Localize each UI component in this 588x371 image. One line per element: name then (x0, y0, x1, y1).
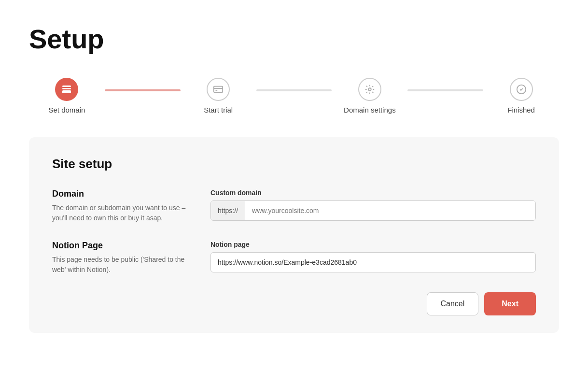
step-icon-set-domain (55, 78, 78, 101)
domain-prefix: https:// (211, 201, 245, 220)
svg-rect-1 (62, 88, 71, 89)
step-icon-domain-settings (358, 78, 381, 101)
notion-field: Notion page (210, 241, 536, 275)
svg-rect-2 (62, 90, 71, 93)
notion-description: Notion Page This page needs to be public… (52, 241, 187, 275)
step-connector-1 (105, 89, 181, 91)
svg-point-6 (368, 88, 371, 91)
card-footer: Cancel Next (52, 292, 536, 315)
notion-page-label: Notion page (210, 241, 536, 248)
step-set-domain: Set domain (29, 78, 105, 114)
step-start-trial: Start trial (181, 78, 256, 114)
step-finished: Finished (483, 78, 559, 114)
domain-description: Domain The domain or subdomain you want … (52, 189, 187, 223)
step-label-domain-settings: Domain settings (344, 106, 396, 114)
step-label-set-domain: Set domain (48, 106, 85, 114)
domain-description-text: The domain or subdomain you want to use … (52, 203, 187, 223)
setup-card: Site setup Domain The domain or subdomai… (29, 137, 559, 333)
step-label-start-trial: Start trial (204, 106, 233, 114)
notion-heading: Notion Page (52, 241, 187, 251)
page-title: Setup (29, 23, 559, 55)
domain-input-wrapper: https:// (210, 200, 536, 221)
card-title: Site setup (52, 157, 536, 171)
next-button[interactable]: Next (484, 292, 536, 315)
step-domain-settings: Domain settings (332, 78, 407, 114)
step-label-finished: Finished (507, 106, 535, 114)
stepper: Set domain Start trial Domain settings (29, 78, 559, 114)
svg-rect-3 (214, 86, 223, 93)
domain-field: Custom domain https:// (210, 189, 536, 223)
notion-page-input[interactable] (210, 252, 536, 272)
svg-rect-0 (62, 86, 71, 87)
step-connector-3 (407, 89, 483, 91)
step-connector-2 (256, 89, 332, 91)
cancel-button[interactable]: Cancel (427, 292, 479, 315)
domain-section: Domain The domain or subdomain you want … (52, 189, 536, 223)
notion-section: Notion Page This page needs to be public… (52, 241, 536, 275)
step-icon-finished (510, 78, 533, 101)
notion-description-text: This page needs to be public ('Shared to… (52, 255, 187, 275)
step-icon-start-trial (207, 78, 230, 101)
domain-heading: Domain (52, 189, 187, 199)
custom-domain-input[interactable] (245, 201, 535, 220)
custom-domain-label: Custom domain (210, 189, 536, 197)
